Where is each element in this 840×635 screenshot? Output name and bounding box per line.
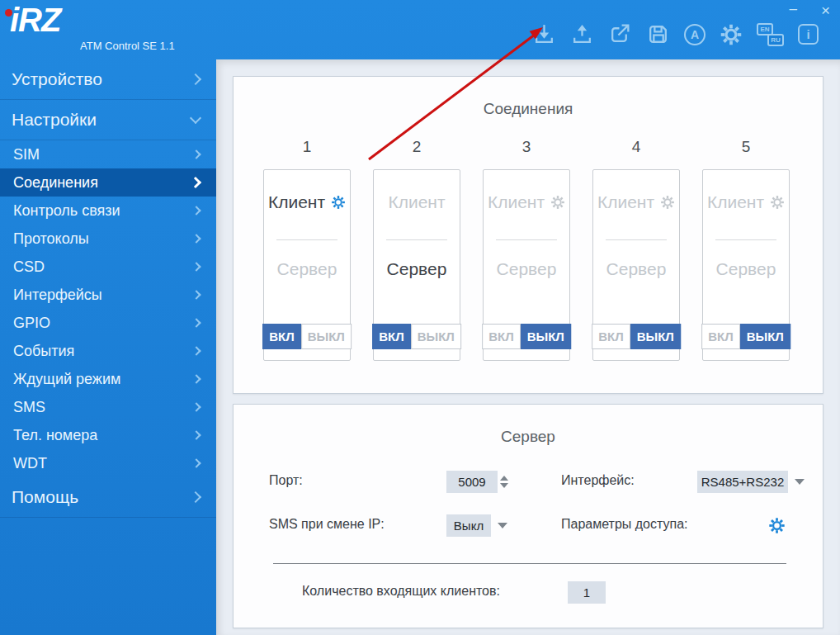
language-toggle-icon[interactable]: EN RU [757,23,784,46]
connection-number: 5 [702,138,790,163]
sidebar-item-label: События [13,343,74,360]
dropdown-caret-icon[interactable] [498,523,507,528]
upload-icon[interactable] [570,22,594,46]
content-area: Соединения 1 Клиент [216,59,840,635]
chevron-right-icon [191,402,201,411]
sms-ip-select[interactable]: Выкл [446,514,491,537]
settings-gear-icon[interactable] [720,23,743,46]
connection-number: 3 [483,138,570,163]
toggle-off[interactable]: ВЫКЛ [740,324,790,349]
interface-label: Интерфейс: [561,473,635,488]
close-button[interactable]: × [821,2,830,20]
client-settings-gear-icon[interactable] [660,195,675,210]
incoming-clients-label: Количество входящих клиентов: [302,584,500,599]
port-input[interactable]: 5009 [446,471,498,493]
export-icon[interactable] [608,22,632,46]
save-icon[interactable] [646,22,670,46]
chevron-right-icon [191,290,201,299]
stepper-down-icon[interactable] [500,483,508,488]
server-label: Сервер [387,259,447,279]
toggle-off[interactable]: ВЫКЛ [521,324,571,349]
access-params-label: Параметры доступа: [561,517,687,532]
client-label: Клиент [268,192,325,212]
on-off-toggle[interactable]: ВКЛ ВЫКЛ [262,324,352,349]
divider [606,239,668,240]
toggle-off[interactable]: ВЫКЛ [411,324,461,349]
sidebar-item-link-control[interactable]: Контроль связи [0,197,216,225]
chevron-right-icon [191,374,201,383]
irz-logo: iRZ [10,0,60,40]
client-settings-gear-icon[interactable] [331,195,346,210]
gear-icon[interactable] [768,517,786,534]
port-field-group: 5009 [446,471,508,493]
toggle-off[interactable]: ВЫКЛ [630,324,681,349]
client-mode-option[interactable]: Клиент [484,192,569,212]
app-title: ATM Control SE 1.1 [80,40,175,52]
sidebar-item-events[interactable]: События [0,337,216,365]
download-icon[interactable] [532,22,556,46]
toggle-on[interactable]: ВКЛ [482,324,521,349]
on-off-toggle[interactable]: ВКЛ ВЫКЛ [482,324,571,349]
chevron-right-icon [191,262,201,271]
sidebar-item-csd[interactable]: CSD [0,253,216,281]
client-settings-gear-icon[interactable] [550,195,565,210]
client-label: Клиент [488,192,545,212]
port-stepper[interactable] [500,476,508,488]
client-mode-option[interactable]: Клиент [374,192,460,212]
interface-select[interactable]: RS485+RS232 [697,471,788,493]
sidebar-item-connections[interactable]: Соединения [0,168,216,197]
chevron-down-icon [190,112,201,124]
toggle-on[interactable]: ВКЛ [592,324,630,349]
connection-column-4: 4 Клиент Сервер [592,138,680,361]
minimize-button[interactable]: – [790,1,797,17]
server-row-2: SMS при смене IP: Выкл Параметры доступа… [234,514,823,538]
sidebar-item-phone-numbers[interactable]: Тел. номера [0,421,216,449]
toggle-on[interactable]: ВКЛ [701,324,740,349]
client-mode-option[interactable]: Клиент [703,192,789,212]
on-off-toggle[interactable]: ВКЛ ВЫКЛ [372,324,461,349]
client-settings-gear-icon[interactable] [770,195,785,210]
connection-card: Клиент Сервер ВКЛ ВЫКЛ [373,169,460,361]
chevron-right-icon [191,149,201,159]
divider [496,239,558,240]
connection-card: Клиент Сервер ВКЛ ВЫКЛ [263,169,351,361]
sidebar-item-standby[interactable]: Ждущий режим [0,365,216,393]
server-mode-option[interactable]: Сервер [593,259,679,279]
sidebar-item-interfaces[interactable]: Интерфейсы [0,281,216,309]
sidebar-item-protocols[interactable]: Протоколы [0,225,216,253]
connections-columns: 1 Клиент Сервер [263,138,790,361]
sidebar-item-label: Настройки [12,110,97,130]
sidebar-item-device[interactable]: Устройство [0,59,216,100]
access-params-gear-button[interactable] [768,517,786,534]
sidebar-item-gpio[interactable]: GPIO [0,309,216,337]
on-off-toggle[interactable]: ВКЛ ВЫКЛ [592,324,681,349]
sidebar-item-help[interactable]: Помощь [0,477,216,518]
server-mode-option[interactable]: Сервер [703,259,789,279]
server-mode-option[interactable]: Сервер [264,259,350,279]
sidebar-item-label: Устройство [12,69,102,89]
sidebar-item-label: Помощь [12,487,78,507]
dropdown-caret-icon[interactable] [795,479,805,485]
sidebar-item-wdt[interactable]: WDT [0,449,216,477]
stepper-up-icon[interactable] [500,476,508,481]
info-icon[interactable]: i [798,24,819,45]
server-mode-option[interactable]: Сервер [374,259,460,279]
sidebar-item-sms[interactable]: SMS [0,393,216,421]
interface-select-group[interactable]: RS485+RS232 [697,471,805,493]
auto-answer-icon[interactable]: A [684,24,706,45]
client-mode-option[interactable]: Клиент [264,192,350,212]
connection-column-5: 5 Клиент Сервер [702,138,790,361]
client-mode-option[interactable]: Клиент [593,192,679,212]
client-label: Клиент [707,192,764,212]
on-off-toggle[interactable]: ВКЛ ВЫКЛ [701,324,790,349]
sidebar-item-label: SMS [13,399,45,416]
toggle-on[interactable]: ВКЛ [262,324,301,349]
server-mode-option[interactable]: Сервер [484,259,569,279]
sidebar-item-sim[interactable]: SIM [0,140,216,168]
sidebar-item-label: WDT [13,455,47,472]
sms-ip-select-group[interactable]: Выкл [446,514,507,537]
sidebar-nav: Устройство Настройки SIM Соединения Конт… [0,59,216,635]
toggle-on[interactable]: ВКЛ [372,324,411,349]
toggle-off[interactable]: ВЫКЛ [301,324,352,349]
sidebar-item-settings[interactable]: Настройки [0,100,216,140]
